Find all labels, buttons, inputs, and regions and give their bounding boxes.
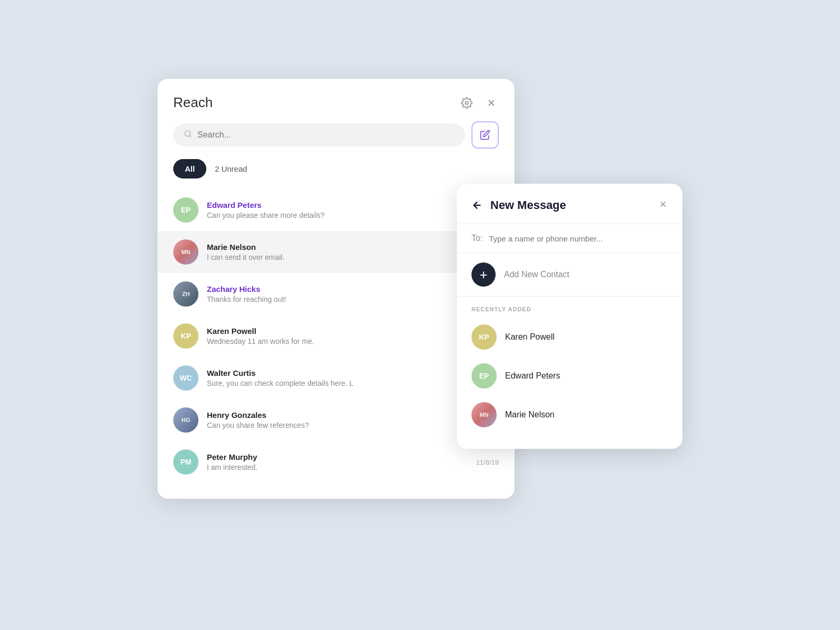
back-button[interactable] [471, 200, 483, 211]
contact-name: Walter Curtis [207, 369, 499, 377]
to-input[interactable] [489, 234, 668, 243]
contact-name: Henry Gonzales [207, 411, 499, 419]
add-new-contact-button[interactable]: + Add New Contact [457, 253, 682, 297]
new-message-panel: New Message To: + Add New Contact RECENT… [457, 184, 682, 449]
avatar: KP [173, 323, 198, 349]
svg-point-3 [185, 131, 191, 136]
list-item[interactable]: EP Edward Peters [457, 356, 682, 395]
new-message-header: New Message [457, 198, 682, 224]
message-preview: Can you please share more details? [207, 211, 499, 219]
compose-button[interactable] [471, 121, 499, 149]
avatar: MN [173, 239, 198, 265]
contact-name: Marie Nelson [505, 410, 554, 419]
avatar: ZH [173, 281, 198, 307]
search-icon [184, 130, 192, 140]
new-message-title: New Message [490, 198, 566, 212]
contact-name: Karen Powell [207, 327, 499, 335]
close-button[interactable] [484, 96, 499, 110]
pencil-icon [480, 130, 490, 140]
message-preview: Can you share few references? [207, 421, 499, 429]
avatar: EP [173, 197, 198, 223]
message-preview: Wednesday 11 am works for me. [207, 337, 499, 345]
contact-name: Edward Peters [207, 201, 499, 209]
list-item[interactable]: PM Peter Murphy I am interested. 11/8/19 [158, 441, 514, 483]
chat-panel-header: Reach [158, 94, 514, 121]
recently-added-title: RECENTLY ADDED [457, 297, 682, 318]
new-message-close-button[interactable] [658, 200, 668, 212]
filter-row: All 2 Unread [158, 159, 514, 189]
back-arrow-icon [471, 200, 483, 211]
settings-button[interactable] [459, 95, 475, 111]
avatar: KP [471, 324, 497, 350]
avatar: PM [173, 449, 198, 475]
close-icon [486, 98, 497, 108]
svg-point-0 [465, 101, 468, 104]
close-icon [658, 200, 668, 209]
avatar: HG [173, 407, 198, 433]
gear-icon [461, 97, 472, 109]
avatar: MN [471, 402, 497, 427]
search-row [158, 121, 514, 159]
add-contact-label: Add New Contact [504, 270, 570, 279]
svg-line-4 [190, 135, 191, 137]
app-title: Reach [173, 94, 213, 111]
search-box [173, 123, 465, 146]
message-preview: I can send it over email. [207, 253, 499, 261]
avatar: EP [471, 363, 497, 388]
message-time: 11/8/19 [476, 458, 499, 466]
contact-name: Zachary Hicks [207, 285, 499, 293]
message-preview: Thanks for reaching out! [207, 295, 499, 303]
filter-all-button[interactable]: All [173, 159, 206, 178]
message-preview: I am interested. [207, 463, 468, 471]
list-item[interactable]: MN Marie Nelson [457, 395, 682, 434]
to-label: To: [471, 234, 482, 243]
message-preview: Sure, you can check complete details her… [207, 379, 499, 387]
list-item[interactable]: KP Karen Powell [457, 318, 682, 356]
contact-name: Karen Powell [505, 332, 554, 342]
add-icon-circle: + [471, 262, 496, 287]
contact-name: Marie Nelson [207, 243, 499, 251]
recently-added-list: KP Karen Powell EP Edward Peters MN Mari… [457, 318, 682, 434]
search-input[interactable] [197, 130, 455, 140]
avatar: WC [173, 365, 198, 391]
contact-name: Peter Murphy [207, 453, 468, 461]
filter-unread-label: 2 Unread [215, 164, 247, 173]
contact-name: Edward Peters [505, 371, 560, 381]
header-icons [459, 95, 499, 111]
to-row: To: [457, 224, 682, 253]
